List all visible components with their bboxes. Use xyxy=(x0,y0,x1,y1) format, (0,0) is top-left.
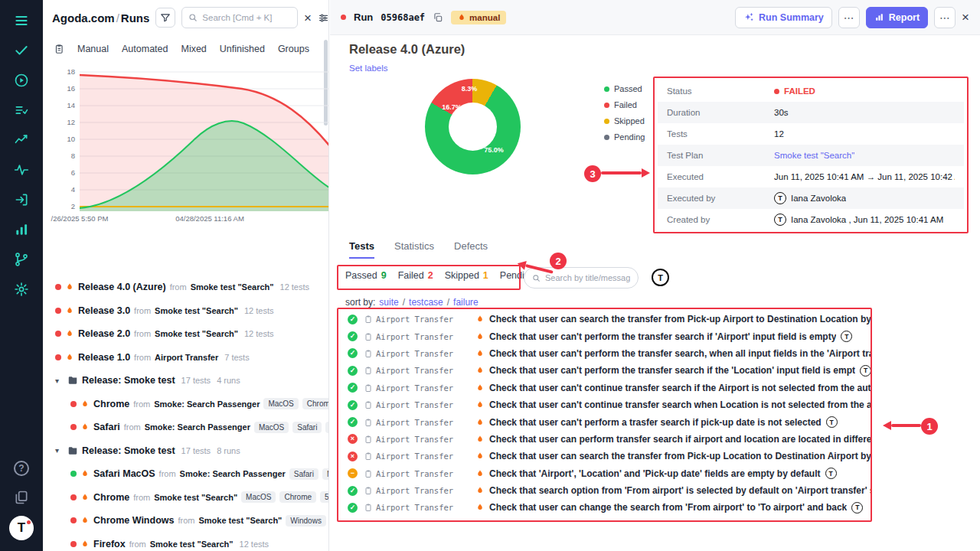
activity-icon[interactable] xyxy=(10,158,33,181)
run-title: Release 4.0 (Azure) xyxy=(349,42,465,57)
x-axis-label: /26/2025 5:50 PM xyxy=(51,214,109,223)
menu-icon[interactable] xyxy=(10,9,33,32)
app-logo[interactable]: T xyxy=(9,516,34,540)
annotation-arrow-3 xyxy=(601,168,650,178)
run-row[interactable]: Release 2.0 from Smoke test "Search" 12 … xyxy=(43,322,328,346)
runs-view-icon[interactable] xyxy=(54,44,64,54)
test-title: Check that user can search the transfer … xyxy=(489,314,871,324)
test-status-icon: − xyxy=(348,468,358,478)
runs-panel-header: Agoda.com/Runs × xyxy=(43,0,328,35)
results-tab[interactable]: Defects xyxy=(454,240,488,259)
test-row[interactable]: ✓ Airport Transfer Check that user can't… xyxy=(343,345,871,362)
import-icon[interactable] xyxy=(10,188,33,211)
filter-button[interactable] xyxy=(155,8,175,28)
status-filter[interactable]: Skipped 1 xyxy=(445,270,488,281)
runs-trend-chart: 18161412108642 /26/2025 5:50 PM 04/28/20… xyxy=(51,66,328,228)
run-row[interactable]: Firefox from Smoke test "Search" 12 test… xyxy=(43,533,328,551)
run-row[interactable]: Safari from Smoke: Search Passenger MacO… xyxy=(43,416,328,439)
flame-icon xyxy=(475,332,485,341)
run-row[interactable]: Chrome from Smoke test "Search" MacOS Ch… xyxy=(43,486,328,510)
results-tab[interactable]: Statistics xyxy=(394,240,434,259)
run-row[interactable]: Chrome Windows from Smoke test "Search" … xyxy=(43,509,328,533)
run-row[interactable]: ▾ Release: Smoke test 17 tests 8 runs xyxy=(43,439,328,463)
flame-icon xyxy=(475,452,485,461)
run-status-dot xyxy=(55,284,61,290)
more-button[interactable]: ⋯ xyxy=(934,7,956,28)
run-from-label: from xyxy=(133,399,150,409)
copy-icon[interactable] xyxy=(433,12,443,23)
breadcrumb-project[interactable]: Agoda.com xyxy=(52,11,115,24)
test-row[interactable]: ✓ Airport Transfer Check that user can't… xyxy=(343,328,871,344)
run-row[interactable]: ▾ Release: Smoke test 17 tests 4 runs xyxy=(43,369,328,393)
flame-icon xyxy=(80,422,90,432)
donut-label-passed: 75.0% xyxy=(484,146,504,154)
info-value-text: Iana Zavoloka xyxy=(791,194,846,203)
app-sidebar: ? T xyxy=(0,0,43,551)
run-row[interactable]: Release 4.0 (Azure) from Smoke test "Sea… xyxy=(43,276,328,299)
test-row[interactable]: ✓ Airport Transfer Check that user can't… xyxy=(343,380,871,396)
run-row[interactable]: Release 3.0 from Smoke test "Search" 12 … xyxy=(43,299,328,323)
run-row[interactable]: Release 1.0 from Airport Transfer 7 test… xyxy=(43,346,328,370)
settings-icon[interactable] xyxy=(10,278,33,301)
branch-icon[interactable] xyxy=(10,248,33,271)
run-from-label: from xyxy=(178,516,194,525)
runs-filter-tab[interactable]: Mixed xyxy=(181,44,206,54)
test-row[interactable]: ✓ Airport Transfer Check that user can't… xyxy=(343,396,871,413)
panel-close-button[interactable]: × xyxy=(304,11,312,24)
test-title: Check that 'Airport', 'Location' and 'Pi… xyxy=(489,468,821,479)
checks-icon[interactable] xyxy=(10,39,33,62)
test-row[interactable]: − Airport Transfer Check that 'Airport',… xyxy=(343,465,871,482)
annotation-badge-3: 3 xyxy=(584,165,601,182)
info-value: Jun 11, 2025 10:41 AM → Jun 11, 2025 10:… xyxy=(774,172,955,181)
chevron-down-icon[interactable]: ▾ xyxy=(55,446,64,455)
run-tests-count: 7 tests xyxy=(224,353,249,362)
chevron-down-icon[interactable]: ▾ xyxy=(55,377,64,385)
user-avatar-button[interactable]: T xyxy=(652,269,669,286)
report-button[interactable]: Report xyxy=(866,7,928,28)
test-row[interactable]: × Airport Transfer Check that user can p… xyxy=(343,431,871,448)
tasks-icon[interactable] xyxy=(10,99,33,122)
test-row[interactable]: ✓ Airport Transfer Check that user can't… xyxy=(343,413,871,430)
runs-icon[interactable] xyxy=(10,69,33,92)
clipboard-icon xyxy=(364,435,373,444)
set-labels-link[interactable]: Set labels xyxy=(349,64,388,73)
docs-icon[interactable] xyxy=(10,486,33,509)
more-button[interactable]: ⋯ xyxy=(838,7,860,28)
runs-filter-tab[interactable]: Unfinished xyxy=(220,44,265,54)
runs-filter-tab[interactable]: Manual xyxy=(77,44,109,54)
tests-search-input[interactable] xyxy=(545,273,630,282)
reports-icon[interactable] xyxy=(10,218,33,241)
status-filter[interactable]: Passed 9 xyxy=(345,270,387,281)
close-button[interactable]: × xyxy=(962,11,969,24)
sort-link[interactable]: failure xyxy=(453,297,479,308)
test-status-icon: ✓ xyxy=(348,366,358,376)
sliders-icon[interactable] xyxy=(318,12,329,24)
sort-link[interactable]: testcase xyxy=(409,297,443,308)
manual-badge-label: manual xyxy=(469,13,500,22)
run-summary-button[interactable]: Run Summary xyxy=(735,7,832,28)
run-row[interactable]: Safari MacOS from Smoke: Search Passenge… xyxy=(43,462,328,486)
run-plan: Smoke: Search Passenger xyxy=(145,422,250,432)
sort-link[interactable]: suite xyxy=(379,297,398,308)
test-row[interactable]: ✓ Airport Transfer Check that search opt… xyxy=(343,482,871,499)
search-icon xyxy=(532,274,541,282)
help-icon[interactable]: ? xyxy=(14,461,29,476)
run-row[interactable]: Chrome from Smoke: Search Passenger MacO… xyxy=(43,393,328,416)
donut-label-skipped: 8.3% xyxy=(462,85,478,93)
status-filter[interactable]: Failed 2 xyxy=(398,270,433,281)
test-row[interactable]: ✓ Airport Transfer Check that user can c… xyxy=(343,499,871,516)
run-plan: Smoke test "Search" xyxy=(191,282,274,292)
runs-filter-tab[interactable]: Groups xyxy=(278,44,309,54)
trend-icon[interactable] xyxy=(10,129,33,152)
test-row[interactable]: × Airport Transfer Check that user can s… xyxy=(343,448,871,465)
sparkle-icon xyxy=(743,12,754,23)
test-row[interactable]: ✓ Airport Transfer Check that user can't… xyxy=(343,362,871,379)
results-tab[interactable]: Tests xyxy=(349,240,374,259)
sort-option: / testcase xyxy=(403,297,443,308)
y-tick-label: 12 xyxy=(57,114,75,131)
avatar: T xyxy=(826,416,838,428)
panel-search-input[interactable] xyxy=(202,13,291,22)
test-row[interactable]: ✓ Airport Transfer Check that user can s… xyxy=(343,311,871,328)
status-filter-count: 1 xyxy=(483,270,488,281)
runs-filter-tab[interactable]: Automated xyxy=(122,44,168,54)
